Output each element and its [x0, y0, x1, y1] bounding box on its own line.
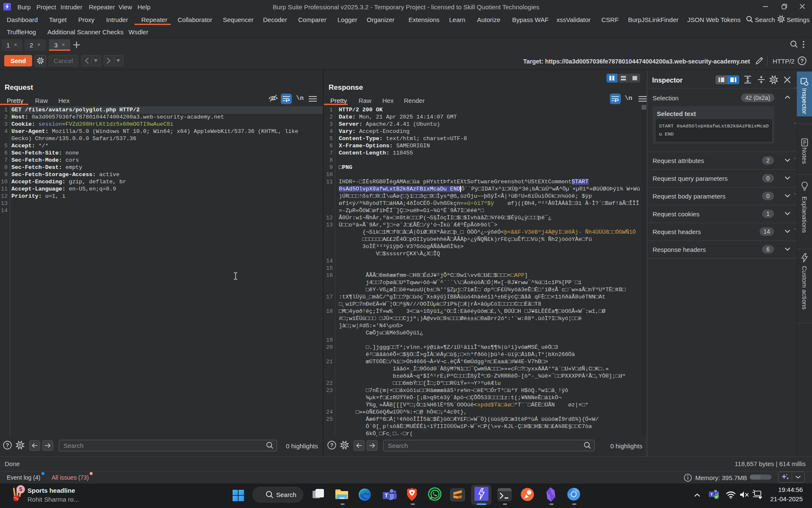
- svg-text:?: ?: [6, 442, 9, 448]
- svg-text:?: ?: [801, 58, 804, 64]
- svg-text:T: T: [710, 492, 713, 497]
- svg-text:?: ?: [330, 442, 334, 448]
- svg-text:T: T: [385, 493, 388, 499]
